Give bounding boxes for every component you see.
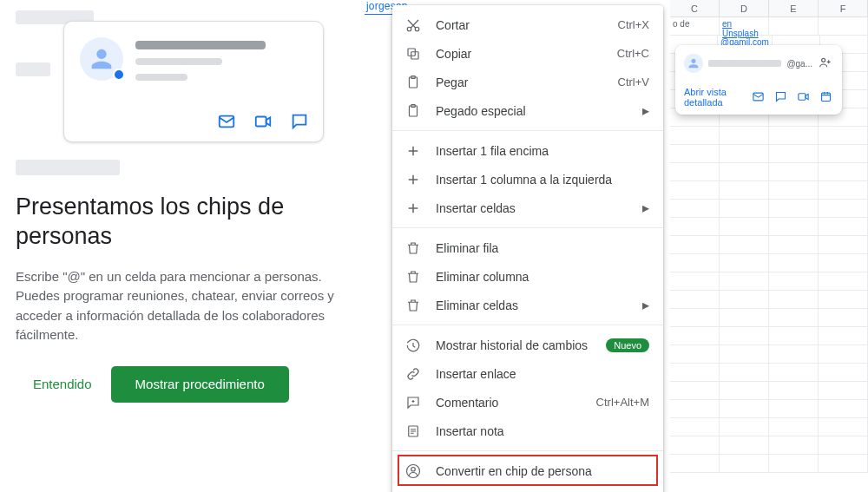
svg-point-16 <box>822 58 825 62</box>
mail-icon <box>217 112 236 131</box>
history-icon <box>404 338 422 353</box>
grid-row[interactable] <box>670 200 868 218</box>
menu-comment[interactable]: Comentario Ctrl+Alt+M <box>392 388 663 417</box>
grid-row[interactable] <box>670 272 868 291</box>
illustration-bar <box>16 160 120 175</box>
col-header[interactable]: F <box>819 0 868 16</box>
add-person-icon <box>818 56 832 69</box>
menu-separator <box>392 227 663 228</box>
dismiss-button[interactable]: Entendido <box>33 377 92 391</box>
cell[interactable] <box>769 17 819 35</box>
menu-delete-column[interactable]: Eliminar columna <box>392 262 663 291</box>
add-contact-button[interactable] <box>818 56 833 71</box>
menu-delete-cells[interactable]: Eliminar celdas ▸ <box>392 291 663 319</box>
menu-paste[interactable]: Pegar Ctrl+V <box>392 68 663 96</box>
grid-row[interactable] <box>670 145 868 163</box>
cut-icon <box>404 17 422 33</box>
menu-convert-person-chip[interactable]: Convertir en chip de persona <box>392 456 663 485</box>
presence-dot-icon <box>113 69 125 81</box>
cell[interactable] <box>819 17 868 35</box>
link-icon <box>404 366 422 382</box>
menu-cut[interactable]: Cortar Ctrl+X <box>392 10 663 39</box>
person-chip-icon <box>404 463 422 479</box>
promo-title: Presentamos los chips de personas <box>16 193 349 252</box>
grid-row[interactable] <box>670 181 868 200</box>
svg-rect-18 <box>799 94 806 101</box>
calendar-icon[interactable] <box>819 90 833 104</box>
grid-row[interactable] <box>670 455 868 473</box>
svg-point-11 <box>411 467 416 471</box>
skeleton-line <box>135 74 187 81</box>
menu-insert-note[interactable]: Insertar nota <box>392 417 663 445</box>
person-hover-card: @ga... Abrir vista detallada <box>675 45 842 115</box>
open-detailed-view-link[interactable]: Abrir vista detallada <box>684 87 743 108</box>
menu-separator <box>392 130 663 131</box>
paste-special-icon <box>404 103 422 119</box>
svg-point-3 <box>415 27 419 31</box>
avatar <box>684 54 703 73</box>
grid-row[interactable] <box>670 418 868 436</box>
menu-delete-row[interactable]: Eliminar fila <box>392 233 663 262</box>
col-header[interactable]: C <box>670 0 720 16</box>
menu-paste-special[interactable]: Pegado especial ▸ <box>392 96 663 125</box>
grid-row[interactable] <box>670 254 868 272</box>
trash-icon <box>404 298 422 313</box>
submenu-arrow-icon: ▸ <box>642 104 649 118</box>
menu-insert-row[interactable]: Insertar 1 fila encima <box>392 136 663 165</box>
grid-row[interactable] <box>670 400 868 418</box>
plus-icon <box>404 143 422 159</box>
col-header[interactable]: D <box>720 0 769 16</box>
note-icon <box>404 423 422 439</box>
grid-row[interactable] <box>670 364 868 382</box>
menu-copy[interactable]: Copiar Ctrl+C <box>392 39 663 68</box>
people-chips-promo: Presentamos los chips de personas Escrib… <box>0 0 365 418</box>
svg-point-2 <box>407 27 411 31</box>
mail-icon[interactable] <box>752 90 766 104</box>
spreadsheet-grid[interactable]: C D E F o de en Unsplash @gamil.com <box>670 0 868 492</box>
grid-row[interactable] <box>670 436 868 455</box>
chat-icon <box>290 112 309 131</box>
promo-illustration <box>16 3 349 177</box>
grid-row[interactable] <box>670 382 868 400</box>
comment-icon <box>404 395 422 410</box>
promo-person-card <box>63 21 324 142</box>
grid-row[interactable]: o de en Unsplash <box>670 17 868 36</box>
col-header[interactable]: E <box>769 0 819 16</box>
menu-insert-column[interactable]: Insertar 1 columna a la izquierda <box>392 165 663 194</box>
grid-row[interactable] <box>670 345 868 364</box>
show-procedure-button[interactable]: Mostrar procedimiento <box>111 366 289 403</box>
grid-row[interactable] <box>670 236 868 254</box>
skeleton-line <box>135 41 266 49</box>
grid-row[interactable] <box>670 327 868 345</box>
skeleton-line <box>135 58 222 65</box>
grid-row[interactable] <box>670 309 868 327</box>
submenu-arrow-icon: ▸ <box>642 298 649 312</box>
plus-icon <box>404 172 422 187</box>
cell[interactable]: en Unsplash <box>720 17 769 35</box>
menu-insert-cells[interactable]: Insertar celdas ▸ <box>392 194 663 222</box>
submenu-arrow-icon: ▸ <box>642 201 649 215</box>
person-icon <box>87 44 116 74</box>
svg-rect-1 <box>256 117 266 127</box>
grid-row[interactable] <box>670 127 868 145</box>
menu-history[interactable]: Mostrar historial de cambios Nuevo <box>392 331 663 359</box>
email-suffix: @ga... <box>786 59 812 69</box>
trash-icon <box>404 240 422 256</box>
illustration-bar <box>16 62 50 76</box>
trash-icon <box>404 269 422 285</box>
menu-insert-link[interactable]: Insertar enlace <box>392 359 663 388</box>
cell-context-menu: Cortar Ctrl+X Copiar Ctrl+C Pegar Ctrl+V… <box>392 5 663 492</box>
new-badge: Nuevo <box>606 338 649 352</box>
grid-row[interactable] <box>670 291 868 309</box>
svg-rect-19 <box>822 93 831 101</box>
avatar <box>80 37 123 81</box>
menu-separator <box>392 325 663 325</box>
column-headers[interactable]: C D E F <box>670 0 868 17</box>
grid-row[interactable] <box>670 163 868 181</box>
chat-icon[interactable] <box>774 90 788 104</box>
grid-row[interactable] <box>670 218 868 236</box>
menu-more-actions[interactable]: Ver más acciones de la celda ▸ <box>392 485 663 492</box>
video-icon[interactable] <box>797 90 811 104</box>
cell[interactable]: o de <box>670 17 720 35</box>
copy-icon <box>404 46 422 62</box>
